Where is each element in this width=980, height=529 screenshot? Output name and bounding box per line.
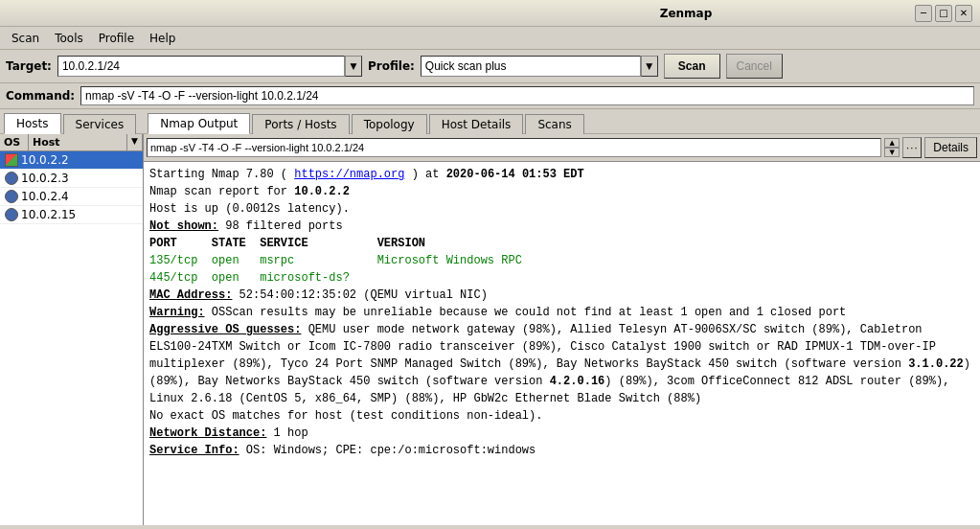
host-os-icon (2, 153, 21, 167)
target-input[interactable] (57, 56, 345, 77)
close-button[interactable]: ✕ (955, 5, 972, 22)
tab-topology[interactable]: Topology (352, 114, 427, 134)
tab-hosts[interactable]: Hosts (4, 113, 61, 134)
scan-button[interactable]: Scan (664, 54, 720, 79)
command-label: Command: (6, 89, 75, 103)
host-address: 10.0.2.2 (21, 153, 69, 167)
tab-bar: Hosts Services Nmap Output Ports / Hosts… (0, 109, 980, 134)
nmap-command-input[interactable] (147, 138, 881, 157)
menu-tools[interactable]: Tools (47, 30, 91, 47)
tab-nmap-output[interactable]: Nmap Output (148, 113, 250, 134)
options-button[interactable]: ··· (902, 137, 922, 158)
profile-input[interactable] (421, 56, 641, 77)
tab-host-details[interactable]: Host Details (429, 114, 524, 134)
profile-input-group: ▼ (421, 56, 658, 77)
host-address: 10.0.2.3 (21, 172, 69, 185)
profile-label: Profile: (368, 59, 415, 73)
tab-ports-hosts[interactable]: Ports / Hosts (252, 114, 349, 134)
host-address: 10.0.2.15 (21, 208, 76, 221)
window-title: Zenmap (460, 7, 912, 20)
target-input-group: ▼ (57, 56, 362, 77)
hosts-panel: OS Host ▼ 10.0.2.210.0.2.310.0.2.410.0.2… (0, 134, 144, 525)
toolbar: Target: ▼ Profile: ▼ Scan Cancel (0, 50, 980, 83)
hosts-table-header: OS Host ▼ (0, 134, 143, 151)
command-bar: Command: (0, 83, 980, 109)
nmap-output-text: Starting Nmap 7.80 ( https://nmap.org ) … (144, 162, 980, 525)
nmap-command-bar: ▲ ▼ ··· Details (144, 134, 980, 162)
command-input[interactable] (80, 86, 974, 105)
spinners: ▲ ▼ (884, 138, 900, 157)
host-row[interactable]: 10.0.2.15 (0, 206, 143, 224)
minimize-button[interactable]: ─ (915, 5, 932, 22)
sort-icon[interactable]: ▼ (127, 134, 143, 150)
tab-scans[interactable]: Scans (525, 114, 583, 134)
host-row[interactable]: 10.0.2.3 (0, 170, 143, 188)
details-button[interactable]: Details (924, 137, 977, 158)
col-header-host: Host (29, 134, 127, 150)
target-dropdown-button[interactable]: ▼ (345, 56, 362, 77)
menu-scan[interactable]: Scan (4, 30, 47, 47)
profile-dropdown-button[interactable]: ▼ (641, 56, 658, 77)
spin-up-button[interactable]: ▲ (884, 138, 900, 148)
spin-down-button[interactable]: ▼ (884, 148, 900, 157)
col-header-os: OS (0, 134, 29, 150)
tab-services[interactable]: Services (63, 114, 137, 134)
target-label: Target: (6, 59, 52, 73)
title-bar: Zenmap ─ □ ✕ (0, 0, 980, 27)
host-os-icon (2, 172, 21, 185)
host-os-icon (2, 190, 21, 203)
host-os-icon (2, 208, 21, 221)
output-panel: ▲ ▼ ··· Details Starting Nmap 7.80 ( htt… (144, 134, 980, 525)
menu-help[interactable]: Help (142, 30, 183, 47)
cancel-button[interactable]: Cancel (726, 54, 783, 79)
menu-bar: Scan Tools Profile Help (0, 27, 980, 50)
host-address: 10.0.2.4 (21, 190, 69, 203)
menu-profile[interactable]: Profile (91, 30, 142, 47)
host-row[interactable]: 10.0.2.2 (0, 151, 143, 170)
main-content: OS Host ▼ 10.0.2.210.0.2.310.0.2.410.0.2… (0, 134, 980, 525)
maximize-button[interactable]: □ (935, 5, 952, 22)
hosts-list: 10.0.2.210.0.2.310.0.2.410.0.2.15 (0, 151, 143, 224)
host-row[interactable]: 10.0.2.4 (0, 188, 143, 206)
